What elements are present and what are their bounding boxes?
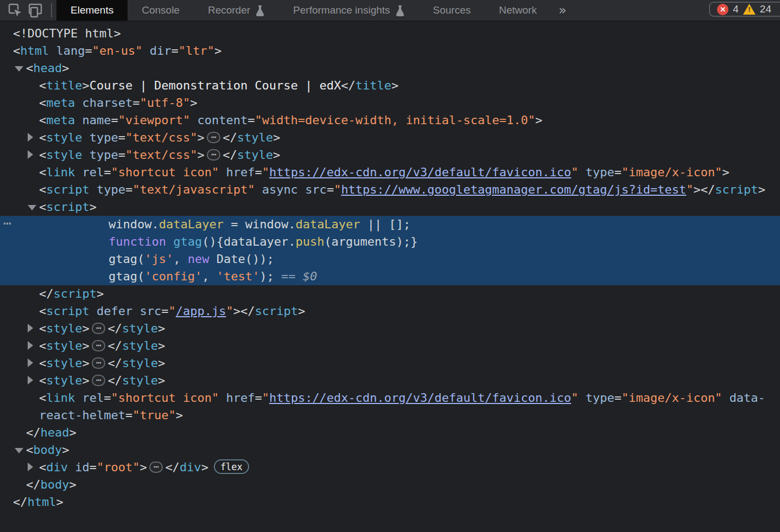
more-tabs-icon: »	[559, 3, 567, 18]
selected-tree-node[interactable]: ⋯window.dataLayer = window.dataLayer || …	[0, 216, 780, 233]
tree-node-line[interactable]: </html>	[0, 493, 780, 511]
code-token: >	[273, 131, 280, 144]
code-token: type	[586, 391, 614, 405]
code-token: <	[39, 183, 46, 196]
inline-expand-button[interactable]: ⋯	[92, 340, 106, 351]
tree-node-line[interactable]: <style>⋯</style>	[0, 337, 780, 355]
collapse-arrow-icon[interactable]	[15, 448, 23, 453]
code-token: =	[90, 460, 97, 474]
collapse-arrow-icon[interactable]	[15, 66, 23, 72]
code-token: =	[255, 165, 262, 179]
code-token: Date());	[209, 252, 274, 266]
code-token: >	[391, 79, 398, 92]
tab-performance-insights[interactable]: Performance insights	[279, 0, 418, 21]
code-token: "shortcut icon"	[111, 391, 219, 405]
expand-arrow-icon[interactable]	[28, 341, 33, 350]
tree-node-line[interactable]: <!DOCTYPE html>	[0, 25, 780, 42]
code-token: =	[118, 131, 125, 144]
selected-tree-node[interactable]: gtag('js', new Date());	[0, 251, 780, 268]
tree-node-line[interactable]: <div id="root">⋯</div>flex	[0, 459, 780, 476]
code-token: "	[571, 165, 578, 179]
tab-sources[interactable]: Sources	[419, 0, 485, 21]
code-token: script	[255, 304, 297, 318]
attribute-link[interactable]: https://edx-cdn.org/v3/default/favicon.i…	[269, 391, 571, 405]
inline-expand-button[interactable]: ⋯	[207, 149, 221, 161]
tree-node-line[interactable]: <style type="text/css">⋯</style>	[0, 129, 780, 146]
tab-label: Performance insights	[293, 4, 390, 16]
tab-label: Sources	[433, 4, 471, 16]
tab-recorder[interactable]: Recorder	[194, 0, 279, 21]
tree-node-line[interactable]: <title>Course | Demonstration Course | e…	[0, 77, 780, 94]
expand-arrow-icon[interactable]	[28, 133, 33, 142]
code-token: data-	[730, 391, 765, 405]
tree-node-line[interactable]: <style type="text/css">⋯</style>	[0, 146, 780, 164]
tree-node-line[interactable]: <meta charset="utf-8">	[0, 94, 780, 112]
inline-expand-button[interactable]: ⋯	[92, 375, 106, 386]
expand-arrow-icon[interactable]	[28, 358, 33, 367]
inline-expand-button[interactable]: ⋯	[92, 357, 106, 369]
tree-node-line[interactable]: react-helmet="true">	[0, 407, 780, 424]
code-token: (){dataLayer.	[202, 235, 295, 248]
flex-badge[interactable]: flex	[214, 459, 249, 474]
code-token: "	[686, 183, 693, 196]
tree-node-line[interactable]: </body>	[0, 476, 780, 493]
issues-counter[interactable]: ✕ 4 ! 24	[709, 2, 780, 17]
tree-node-line[interactable]: <meta name="viewport" content="width=dev…	[0, 112, 780, 129]
inspect-element-button[interactable]	[5, 0, 25, 21]
tree-node-line[interactable]: <head>	[0, 60, 780, 77]
node-options-dots-icon[interactable]: ⋯	[3, 215, 11, 232]
code-token: =	[255, 391, 262, 405]
attribute-link[interactable]: /app.js	[176, 304, 226, 318]
code-token: "viewport"	[118, 113, 190, 127]
attribute-link[interactable]: https://edx-cdn.org/v3/default/favicon.i…	[269, 165, 571, 179]
inline-expand-button[interactable]: ⋯	[92, 323, 106, 334]
inline-expand-button[interactable]: ⋯	[207, 132, 221, 143]
tab-network[interactable]: Network	[485, 0, 551, 21]
code-token	[219, 165, 226, 179]
code-token: >	[158, 322, 165, 335]
tree-node-line[interactable]: <script defer src="/app.js"></script>	[0, 303, 780, 320]
tree-node-line[interactable]: <script type="text/javascript" async src…	[0, 181, 780, 198]
code-token: ==	[281, 270, 303, 283]
expand-arrow-icon[interactable]	[28, 150, 33, 159]
code-token: <	[39, 304, 46, 318]
more-tabs-button[interactable]: »	[551, 0, 574, 21]
code-token: head	[41, 426, 69, 439]
code-token: <	[39, 356, 46, 370]
code-token: style	[46, 374, 82, 387]
tree-node-line[interactable]: <link rel="shortcut icon" href="https://…	[0, 164, 780, 181]
tree-node-line[interactable]: <style>⋯</style>	[0, 372, 780, 389]
code-token: =	[104, 391, 111, 405]
tab-console[interactable]: Console	[128, 0, 194, 21]
inline-expand-button[interactable]: ⋯	[149, 462, 163, 473]
code-token: >	[82, 374, 89, 387]
tree-node-line[interactable]: <style>⋯</style>	[0, 320, 780, 337]
tree-node-line[interactable]: <html lang="en-us" dir="ltr">	[0, 42, 780, 60]
attribute-link[interactable]: https://www.googletagmanager.com/gtag/js…	[341, 183, 686, 196]
tree-node-line[interactable]: <body>	[0, 441, 780, 459]
tab-elements[interactable]: Elements	[56, 0, 128, 21]
selected-tree-node[interactable]: gtag('config', 'test'); == $0	[0, 268, 780, 285]
selected-tree-node[interactable]: function gtag(){dataLayer.push(arguments…	[0, 233, 780, 251]
expand-arrow-icon[interactable]	[28, 463, 33, 471]
expand-arrow-icon[interactable]	[28, 324, 33, 332]
code-token	[578, 391, 585, 405]
toolbar-separator	[51, 3, 52, 17]
tree-node-line[interactable]: </script>	[0, 285, 780, 303]
code-token: ></	[233, 304, 255, 318]
panel-tabs: ElementsConsoleRecorderPerformance insig…	[56, 0, 551, 21]
code-token: type	[90, 131, 118, 144]
tree-node-line[interactable]: <script>	[0, 198, 780, 216]
code-token: </	[107, 322, 122, 335]
collapse-arrow-icon[interactable]	[28, 205, 36, 210]
code-token: >	[82, 339, 89, 352]
tree-node-line[interactable]: <link rel="shortcut icon" href="https://…	[0, 389, 780, 407]
tree-node-line[interactable]: </head>	[0, 424, 780, 441]
expand-arrow-icon[interactable]	[28, 376, 33, 384]
code-token: style	[46, 339, 82, 352]
elements-tree-panel: <!DOCTYPE html><html lang="en-us" dir="l…	[0, 22, 780, 511]
device-toolbar-button[interactable]	[25, 0, 45, 21]
code-token: <	[39, 79, 46, 92]
code-token: >	[139, 460, 147, 474]
tree-node-line[interactable]: <style>⋯</style>	[0, 355, 780, 372]
